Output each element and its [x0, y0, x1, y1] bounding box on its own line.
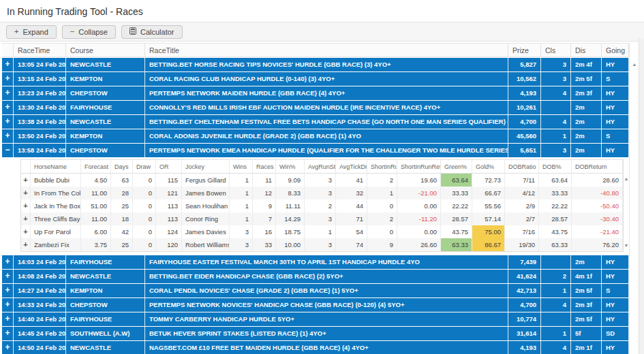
horse-row[interactable]: +Zambezi Fix3.75250120Robert Williams333…: [21, 238, 623, 251]
horse-column-header-days[interactable]: Days: [111, 160, 133, 173]
race-row[interactable]: +13:38 24 Feb 2024NEWCASTLEBETTING.BET C…: [2, 115, 629, 129]
expand-horse-icon[interactable]: +: [21, 212, 31, 225]
horse-column-header-win_pct[interactable]: Win%: [276, 160, 305, 173]
race-cell-title: PERTEMPS NETWORK MAIDEN HURDLE (GBB RACE…: [145, 86, 508, 100]
expand-row-icon[interactable]: +: [2, 270, 14, 283]
horse-cell-dob_return: -40.80: [572, 187, 623, 199]
column-header-title[interactable]: RaceTitle: [145, 44, 508, 57]
column-header-cls[interactable]: Cls: [541, 44, 571, 57]
race-cell-course: KEMPTON: [66, 284, 145, 297]
horse-column-header-dob_ratio[interactable]: DOBRatio: [505, 160, 539, 173]
horse-column-header-or[interactable]: OR: [156, 160, 182, 173]
expand-horse-icon[interactable]: +: [21, 199, 31, 212]
horses-grid-scrollbar[interactable]: ▲▼: [624, 159, 629, 252]
horse-cell-wins: 3: [230, 238, 253, 251]
race-row[interactable]: +13:30 24 Feb 2024FAIRYHOUSECONNOLLY'S R…: [2, 101, 629, 114]
horse-column-header-wins[interactable]: Wins: [230, 160, 253, 173]
collapse-row-icon[interactable]: −: [2, 144, 14, 157]
horse-cell-short_in_run_return: 19.60: [397, 174, 441, 187]
race-row[interactable]: +14:27 24 Feb 2024KEMPTONCORAL PENDIL NO…: [2, 284, 629, 297]
column-header-going[interactable]: Going: [602, 44, 629, 57]
expand-row-icon[interactable]: +: [2, 101, 14, 114]
expand-row-icon[interactable]: +: [2, 284, 14, 297]
expand-row-icon[interactable]: +: [2, 298, 14, 312]
expand-row-icon[interactable]: +: [2, 115, 14, 129]
expand-row-icon[interactable]: +: [2, 255, 14, 269]
scroll-up-icon[interactable]: ▲: [630, 61, 639, 68]
horse-column-header-name[interactable]: HorseName: [31, 160, 81, 173]
race-cell-cls: 4: [541, 115, 571, 129]
race-cell-time: 13:05 24 Feb 2024: [14, 58, 66, 71]
horse-column-header-draw[interactable]: Draw: [133, 160, 156, 173]
horse-column-header-races[interactable]: Races: [253, 160, 276, 173]
horse-cell-short_in_run_return: 26.60: [397, 238, 441, 251]
page-scrollbar-gutter[interactable]: [639, 39, 644, 354]
horse-cell-or: 113: [156, 199, 182, 212]
horse-column-header-short_in_run_return[interactable]: ShortInRunReturn: [397, 160, 441, 173]
horse-row[interactable]: +Bubble Dubi4.50630115Fergus Gillard1119…: [21, 174, 623, 187]
race-cell-dis: 4m 1f: [571, 270, 602, 283]
horse-row[interactable]: +Three Cliffs Bay11.00180113Conor Ring17…: [21, 212, 623, 225]
race-row[interactable]: +14:03 24 Feb 2024FAIRYHOUSEFAIRYHOUSE E…: [2, 255, 629, 269]
horse-column-header-avg_tick_drop[interactable]: AvgTickDrop: [336, 160, 367, 173]
expand-button[interactable]: + Expand: [6, 25, 57, 39]
race-row[interactable]: +14:40 24 Feb 2024FAIRYHOUSETOMMY CARBER…: [2, 312, 629, 326]
column-header-course[interactable]: Course: [66, 44, 145, 57]
race-row[interactable]: +13:50 24 Feb 2024KEMPTONCORAL ADONIS JU…: [2, 129, 629, 143]
races-grid-scrollbar[interactable]: ▲: [629, 43, 639, 354]
expand-horse-icon[interactable]: +: [21, 238, 31, 251]
column-header-prize[interactable]: Prize: [508, 44, 541, 57]
horse-row[interactable]: +In From The Cold11.00280121James Bowen1…: [21, 187, 623, 199]
expand-horse-icon[interactable]: +: [21, 225, 31, 238]
horse-cell-dob_return: -21.40: [572, 225, 623, 238]
expand-row-icon[interactable]: +: [2, 341, 14, 354]
race-cell-title: CORAL RACING CLUB HANDICAP HURDLE (0-140…: [145, 72, 508, 86]
toolbar: + Expand − Collapse Calculator: [0, 22, 644, 42]
expand-row-icon[interactable]: +: [2, 327, 14, 340]
race-cell-prize: 41,624: [508, 270, 541, 283]
column-header-dis[interactable]: Dis: [571, 44, 602, 57]
horse-cell-jockey: Fergus Gillard: [182, 174, 230, 187]
expand-row-icon[interactable]: +: [2, 312, 14, 326]
race-row[interactable]: +13:15 24 Feb 2024KEMPTONCORAL RACING CL…: [2, 72, 629, 86]
race-cell-cls: [541, 101, 571, 114]
race-cell-prize: 10,562: [508, 72, 541, 86]
race-row[interactable]: +14:08 24 Feb 2024NEWCASTLEBETTING.BET E…: [2, 270, 629, 283]
race-cell-time: 13:23 24 Feb 2024: [14, 86, 66, 100]
horse-column-header-avg_run_style[interactable]: AvgRunStyle: [305, 160, 336, 173]
horse-cell-forecast: 51.00: [81, 199, 111, 212]
expand-row-icon[interactable]: +: [2, 58, 14, 71]
calculator-button[interactable]: Calculator: [121, 25, 183, 39]
scroll-up-icon[interactable]: ▲: [624, 176, 629, 182]
race-row[interactable]: +14:45 24 Feb 2024SOUTHWELL (A.W)BETUK H…: [2, 327, 629, 340]
race-row[interactable]: −13:58 24 Feb 2024CHEPSTOWPERTEMPS NETWO…: [2, 144, 629, 157]
expand-row-icon[interactable]: +: [2, 129, 14, 143]
horse-row[interactable]: +Jack In The Box51.00250113Sean Houlihan…: [21, 199, 623, 212]
column-header-time[interactable]: RaceTime: [14, 44, 66, 57]
horse-column-header-jockey[interactable]: Jockey: [182, 160, 230, 173]
race-cell-going: HY: [602, 86, 629, 100]
horse-column-header-dob_return[interactable]: DOBReturn: [572, 160, 623, 173]
collapse-button[interactable]: − Collapse: [62, 25, 116, 39]
expand-row-icon[interactable]: +: [2, 86, 14, 100]
expand-row-icon[interactable]: +: [2, 72, 14, 86]
race-row[interactable]: +14:50 24 Feb 2024NEWCASTLENAGSBET.COM £…: [2, 341, 629, 354]
race-row[interactable]: +13:23 24 Feb 2024CHEPSTOWPERTEMPS NETWO…: [2, 86, 629, 100]
race-cell-title: BETTING.BET EIDER HANDICAP CHASE (GBB RA…: [145, 270, 508, 283]
race-row[interactable]: +13:05 24 Feb 2024NEWCASTLEBETTING.BET H…: [2, 58, 629, 71]
horse-column-header-gold_pct[interactable]: Gold%: [472, 160, 505, 173]
expand-horse-icon[interactable]: +: [21, 187, 31, 199]
horse-row[interactable]: +Up For Parol6.00420124James Davies31618…: [21, 225, 623, 238]
horse-column-header-short_in_run[interactable]: ShortInRun: [367, 160, 397, 173]
horse-cell-races: 12: [253, 187, 276, 199]
horse-cell-or: 124: [156, 225, 182, 238]
horse-column-header-dob_pct[interactable]: DOB%: [539, 160, 572, 173]
horse-column-header-green_pct[interactable]: Green%: [441, 160, 472, 173]
horse-cell-jockey: Robert Williams: [182, 238, 230, 251]
race-row[interactable]: +14:33 24 Feb 2024CHEPSTOWPERTEMPS NETWO…: [2, 298, 629, 312]
horse-cell-days: 28: [111, 187, 133, 199]
race-cell-dis: 2m: [571, 115, 602, 129]
scroll-down-icon[interactable]: ▼: [624, 242, 629, 249]
horse-column-header-forecast[interactable]: Forecast: [81, 160, 111, 173]
expand-horse-icon[interactable]: +: [21, 174, 31, 187]
